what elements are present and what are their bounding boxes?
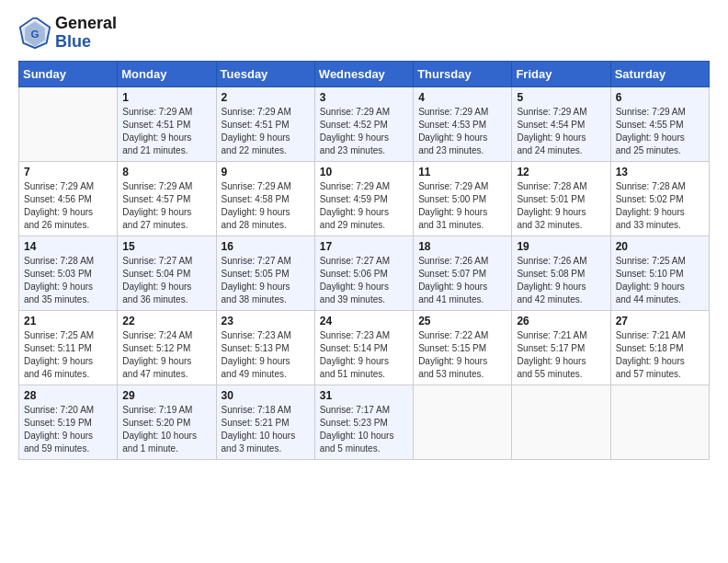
calendar-cell: 1Sunrise: 7:29 AM Sunset: 4:51 PM Daylig… (118, 86, 216, 161)
day-info: Sunrise: 7:24 AM Sunset: 5:12 PM Dayligh… (122, 329, 210, 381)
day-header-thursday: Thursday (414, 61, 512, 86)
day-header-sunday: Sunday (19, 61, 118, 86)
day-info: Sunrise: 7:29 AM Sunset: 4:55 PM Dayligh… (616, 106, 704, 157)
calendar-cell (19, 86, 118, 161)
day-info: Sunrise: 7:17 AM Sunset: 5:23 PM Dayligh… (320, 404, 408, 455)
day-info: Sunrise: 7:26 AM Sunset: 5:08 PM Dayligh… (517, 255, 605, 306)
logo: G General Blue (18, 15, 117, 52)
day-header-tuesday: Tuesday (216, 61, 314, 86)
day-number: 29 (122, 389, 210, 402)
day-info: Sunrise: 7:29 AM Sunset: 4:53 PM Dayligh… (418, 106, 506, 157)
day-number: 14 (24, 240, 112, 253)
calendar-cell: 30Sunrise: 7:18 AM Sunset: 5:21 PM Dayli… (216, 385, 314, 459)
calendar-cell: 9Sunrise: 7:29 AM Sunset: 4:58 PM Daylig… (216, 161, 314, 236)
day-number: 2 (222, 91, 310, 104)
day-info: Sunrise: 7:23 AM Sunset: 5:13 PM Dayligh… (222, 329, 310, 381)
logo-general: General (55, 15, 117, 33)
day-header-saturday: Saturday (610, 61, 709, 86)
calendar-cell: 16Sunrise: 7:27 AM Sunset: 5:05 PM Dayli… (216, 236, 314, 310)
day-number: 9 (222, 166, 310, 178)
day-number: 8 (122, 166, 210, 178)
day-number: 25 (418, 315, 506, 327)
calendar-cell: 15Sunrise: 7:27 AM Sunset: 5:04 PM Dayli… (118, 236, 216, 310)
day-number: 23 (222, 315, 310, 327)
week-row-2: 7Sunrise: 7:29 AM Sunset: 4:56 PM Daylig… (19, 161, 710, 236)
day-number: 4 (418, 91, 506, 104)
calendar-cell: 13Sunrise: 7:28 AM Sunset: 5:02 PM Dayli… (610, 161, 709, 236)
calendar-cell: 22Sunrise: 7:24 AM Sunset: 5:12 PM Dayli… (118, 310, 216, 385)
day-number: 10 (320, 166, 408, 178)
day-info: Sunrise: 7:27 AM Sunset: 5:06 PM Dayligh… (320, 255, 408, 306)
day-info: Sunrise: 7:29 AM Sunset: 5:00 PM Dayligh… (418, 180, 506, 232)
calendar-cell: 29Sunrise: 7:19 AM Sunset: 5:20 PM Dayli… (118, 385, 216, 459)
calendar-cell: 20Sunrise: 7:25 AM Sunset: 5:10 PM Dayli… (610, 236, 709, 310)
logo-icon: G (18, 17, 51, 50)
day-info: Sunrise: 7:29 AM Sunset: 4:58 PM Dayligh… (222, 180, 310, 232)
day-number: 27 (616, 315, 704, 327)
day-info: Sunrise: 7:29 AM Sunset: 4:51 PM Dayligh… (222, 106, 310, 157)
day-header-friday: Friday (512, 61, 610, 86)
day-number: 5 (517, 91, 605, 104)
day-number: 18 (418, 240, 506, 253)
day-header-wednesday: Wednesday (314, 61, 413, 86)
day-info: Sunrise: 7:22 AM Sunset: 5:15 PM Dayligh… (418, 329, 506, 381)
day-number: 28 (24, 389, 112, 402)
day-info: Sunrise: 7:18 AM Sunset: 5:21 PM Dayligh… (222, 404, 310, 455)
calendar-cell: 5Sunrise: 7:29 AM Sunset: 4:54 PM Daylig… (512, 86, 610, 161)
day-number: 22 (122, 315, 210, 327)
day-info: Sunrise: 7:27 AM Sunset: 5:04 PM Dayligh… (122, 255, 210, 306)
day-info: Sunrise: 7:25 AM Sunset: 5:11 PM Dayligh… (24, 329, 112, 381)
day-number: 21 (24, 315, 112, 327)
day-number: 30 (222, 389, 310, 402)
day-info: Sunrise: 7:29 AM Sunset: 4:51 PM Dayligh… (122, 106, 210, 157)
day-number: 26 (517, 315, 605, 327)
calendar-cell: 21Sunrise: 7:25 AM Sunset: 5:11 PM Dayli… (19, 310, 118, 385)
day-header-monday: Monday (118, 61, 216, 86)
week-row-5: 28Sunrise: 7:20 AM Sunset: 5:19 PM Dayli… (19, 385, 710, 459)
calendar-cell: 17Sunrise: 7:27 AM Sunset: 5:06 PM Dayli… (314, 236, 413, 310)
week-row-1: 1Sunrise: 7:29 AM Sunset: 4:51 PM Daylig… (19, 86, 710, 161)
calendar-cell: 10Sunrise: 7:29 AM Sunset: 4:59 PM Dayli… (314, 161, 413, 236)
calendar-cell (610, 385, 709, 459)
calendar-cell: 25Sunrise: 7:22 AM Sunset: 5:15 PM Dayli… (414, 310, 512, 385)
day-number: 11 (418, 166, 506, 178)
calendar-cell: 8Sunrise: 7:29 AM Sunset: 4:57 PM Daylig… (118, 161, 216, 236)
calendar-cell: 6Sunrise: 7:29 AM Sunset: 4:55 PM Daylig… (610, 86, 709, 161)
day-info: Sunrise: 7:29 AM Sunset: 4:52 PM Dayligh… (320, 106, 408, 157)
day-info: Sunrise: 7:26 AM Sunset: 5:07 PM Dayligh… (418, 255, 506, 306)
calendar-cell: 3Sunrise: 7:29 AM Sunset: 4:52 PM Daylig… (314, 86, 413, 161)
logo-blue: Blue (55, 33, 117, 52)
day-number: 13 (616, 166, 704, 178)
calendar-cell: 12Sunrise: 7:28 AM Sunset: 5:01 PM Dayli… (512, 161, 610, 236)
calendar-cell: 4Sunrise: 7:29 AM Sunset: 4:53 PM Daylig… (414, 86, 512, 161)
day-number: 1 (122, 91, 210, 104)
calendar-cell (512, 385, 610, 459)
day-number: 20 (616, 240, 704, 253)
calendar-table: SundayMondayTuesdayWednesdayThursdayFrid… (18, 61, 710, 460)
header: G General Blue (18, 15, 710, 52)
calendar-cell: 2Sunrise: 7:29 AM Sunset: 4:51 PM Daylig… (216, 86, 314, 161)
calendar-cell: 19Sunrise: 7:26 AM Sunset: 5:08 PM Dayli… (512, 236, 610, 310)
day-info: Sunrise: 7:25 AM Sunset: 5:10 PM Dayligh… (616, 255, 704, 306)
calendar-cell: 31Sunrise: 7:17 AM Sunset: 5:23 PM Dayli… (314, 385, 413, 459)
day-number: 17 (320, 240, 408, 253)
calendar-cell: 26Sunrise: 7:21 AM Sunset: 5:17 PM Dayli… (512, 310, 610, 385)
day-info: Sunrise: 7:29 AM Sunset: 4:57 PM Dayligh… (122, 180, 210, 232)
calendar-cell: 7Sunrise: 7:29 AM Sunset: 4:56 PM Daylig… (19, 161, 118, 236)
svg-text:G: G (30, 28, 39, 40)
day-info: Sunrise: 7:28 AM Sunset: 5:02 PM Dayligh… (616, 180, 704, 232)
day-info: Sunrise: 7:28 AM Sunset: 5:01 PM Dayligh… (517, 180, 605, 232)
day-info: Sunrise: 7:21 AM Sunset: 5:17 PM Dayligh… (517, 329, 605, 381)
day-info: Sunrise: 7:29 AM Sunset: 4:59 PM Dayligh… (320, 180, 408, 232)
day-info: Sunrise: 7:23 AM Sunset: 5:14 PM Dayligh… (320, 329, 408, 381)
calendar-cell: 27Sunrise: 7:21 AM Sunset: 5:18 PM Dayli… (610, 310, 709, 385)
day-info: Sunrise: 7:27 AM Sunset: 5:05 PM Dayligh… (222, 255, 310, 306)
day-number: 31 (320, 389, 408, 402)
week-row-3: 14Sunrise: 7:28 AM Sunset: 5:03 PM Dayli… (19, 236, 710, 310)
day-number: 16 (222, 240, 310, 253)
day-number: 24 (320, 315, 408, 327)
calendar-cell: 11Sunrise: 7:29 AM Sunset: 5:00 PM Dayli… (414, 161, 512, 236)
week-row-4: 21Sunrise: 7:25 AM Sunset: 5:11 PM Dayli… (19, 310, 710, 385)
day-number: 19 (517, 240, 605, 253)
day-info: Sunrise: 7:28 AM Sunset: 5:03 PM Dayligh… (24, 255, 112, 306)
